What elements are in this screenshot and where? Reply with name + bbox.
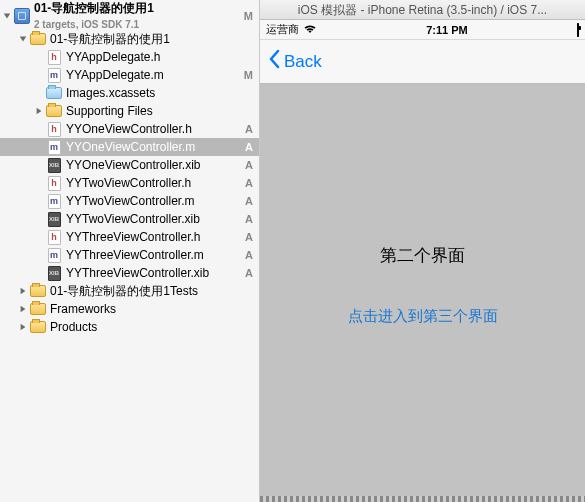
scm-status: A <box>245 264 253 282</box>
status-bar-right <box>577 24 579 36</box>
header-file-icon: h <box>46 49 62 65</box>
file-row[interactable]: h YYAppDelegate.h <box>0 48 259 66</box>
svg-marker-2 <box>37 108 42 114</box>
group-products[interactable]: Products <box>0 318 259 336</box>
back-button[interactable]: Back <box>268 49 322 74</box>
header-file-icon: h <box>46 121 62 137</box>
xib-file-icon: XIB <box>46 211 62 227</box>
file-row[interactable]: m YYThreeViewController.m A <box>0 246 259 264</box>
file-row[interactable]: h YYOneViewController.h A <box>0 120 259 138</box>
xib-file-icon: XIB <box>46 157 62 173</box>
impl-file-icon: m <box>46 67 62 83</box>
battery-icon <box>577 23 579 37</box>
file-label: YYThreeViewController.m <box>66 246 243 264</box>
file-row[interactable]: h YYThreeViewController.h A <box>0 228 259 246</box>
group-label: Frameworks <box>50 300 243 318</box>
file-label: YYThreeViewController.xib <box>66 264 243 282</box>
file-label: YYTwoViewController.xib <box>66 210 243 228</box>
device-screen: 运营商 7:11 PM Back <box>260 20 585 502</box>
file-label: YYTwoViewController.m <box>66 192 243 210</box>
svg-marker-4 <box>21 306 26 312</box>
file-row-selected[interactable]: m YYOneViewController.m A <box>0 138 259 156</box>
status-bar-left: 运营商 <box>266 22 317 37</box>
svg-marker-0 <box>4 14 10 19</box>
scm-status: A <box>245 228 253 246</box>
simulator-window-title: iOS 模拟器 - iPhone Retina (3.5-inch) / iOS… <box>260 0 585 20</box>
disclosure-triangle-icon[interactable] <box>34 107 44 115</box>
screen-title-label: 第二个界面 <box>380 244 465 267</box>
project-icon <box>14 8 30 24</box>
file-row[interactable]: XIB YYOneViewController.xib A <box>0 156 259 174</box>
content-view: 第二个界面 点击进入到第三个界面 <box>260 84 585 496</box>
scm-status: A <box>245 174 253 192</box>
chevron-left-icon <box>268 49 280 74</box>
svg-marker-5 <box>21 324 26 330</box>
impl-file-icon: m <box>46 139 62 155</box>
project-root[interactable]: 01-导航控制器的使用1 2 targets, iOS SDK 7.1 M <box>0 0 259 30</box>
group-label: Supporting Files <box>66 102 243 120</box>
xib-file-icon: XIB <box>46 265 62 281</box>
disclosure-triangle-icon[interactable] <box>18 323 28 331</box>
file-label: YYAppDelegate.m <box>66 66 243 84</box>
navigation-bar: Back <box>260 40 585 84</box>
status-bar: 运营商 7:11 PM <box>260 20 585 40</box>
scm-status: A <box>245 210 253 228</box>
group-supporting-files[interactable]: Supporting Files <box>0 102 259 120</box>
svg-marker-3 <box>21 288 26 294</box>
carrier-label: 运营商 <box>266 22 299 37</box>
folder-icon <box>30 283 46 299</box>
disclosure-triangle-icon[interactable] <box>18 35 28 43</box>
impl-file-icon: m <box>46 193 62 209</box>
project-navigator[interactable]: 01-导航控制器的使用1 2 targets, iOS SDK 7.1 M 01… <box>0 0 260 502</box>
scm-status: A <box>245 138 253 156</box>
file-row[interactable]: XIB YYTwoViewController.xib A <box>0 210 259 228</box>
header-file-icon: h <box>46 229 62 245</box>
disclosure-triangle-icon[interactable] <box>18 305 28 313</box>
file-label: Images.xcassets <box>66 84 243 102</box>
file-row[interactable]: Images.xcassets <box>0 84 259 102</box>
project-name: 01-导航控制器的使用1 2 targets, iOS SDK 7.1 <box>34 0 243 34</box>
folder-icon <box>30 31 46 47</box>
group-tests[interactable]: 01-导航控制器的使用1Tests <box>0 282 259 300</box>
group-main[interactable]: 01-导航控制器的使用1 <box>0 30 259 48</box>
file-label: YYTwoViewController.h <box>66 174 243 192</box>
status-bar-time: 7:11 PM <box>426 24 468 36</box>
file-label: YYOneViewController.xib <box>66 156 243 174</box>
file-row[interactable]: h YYTwoViewController.h A <box>0 174 259 192</box>
file-row[interactable]: m YYAppDelegate.m M <box>0 66 259 84</box>
disclosure-triangle-icon[interactable] <box>2 12 12 20</box>
assets-folder-icon <box>46 85 62 101</box>
folder-icon <box>30 301 46 317</box>
impl-file-icon: m <box>46 247 62 263</box>
file-row[interactable]: XIB YYThreeViewController.xib A <box>0 264 259 282</box>
ios-simulator-window: iOS 模拟器 - iPhone Retina (3.5-inch) / iOS… <box>260 0 585 502</box>
file-row[interactable]: m YYTwoViewController.m A <box>0 192 259 210</box>
file-label: YYThreeViewController.h <box>66 228 243 246</box>
wifi-icon <box>303 24 317 36</box>
scm-status: M <box>244 66 253 84</box>
scm-status: A <box>245 192 253 210</box>
group-label: 01-导航控制器的使用1 <box>50 30 243 48</box>
folder-icon <box>46 103 62 119</box>
file-label: YYAppDelegate.h <box>66 48 243 66</box>
file-label: YYOneViewController.h <box>66 120 243 138</box>
group-label: 01-导航控制器的使用1Tests <box>50 282 243 300</box>
group-frameworks[interactable]: Frameworks <box>0 300 259 318</box>
disclosure-triangle-icon[interactable] <box>18 287 28 295</box>
svg-marker-1 <box>20 37 26 42</box>
file-label: YYOneViewController.m <box>66 138 243 156</box>
push-next-button[interactable]: 点击进入到第三个界面 <box>348 307 498 326</box>
scm-status: A <box>245 246 253 264</box>
scm-status: A <box>245 120 253 138</box>
scm-status: M <box>244 7 253 25</box>
window-bottom-decoration <box>260 496 585 502</box>
back-label: Back <box>284 52 322 72</box>
folder-icon <box>30 319 46 335</box>
group-label: Products <box>50 318 243 336</box>
scm-status: A <box>245 156 253 174</box>
header-file-icon: h <box>46 175 62 191</box>
